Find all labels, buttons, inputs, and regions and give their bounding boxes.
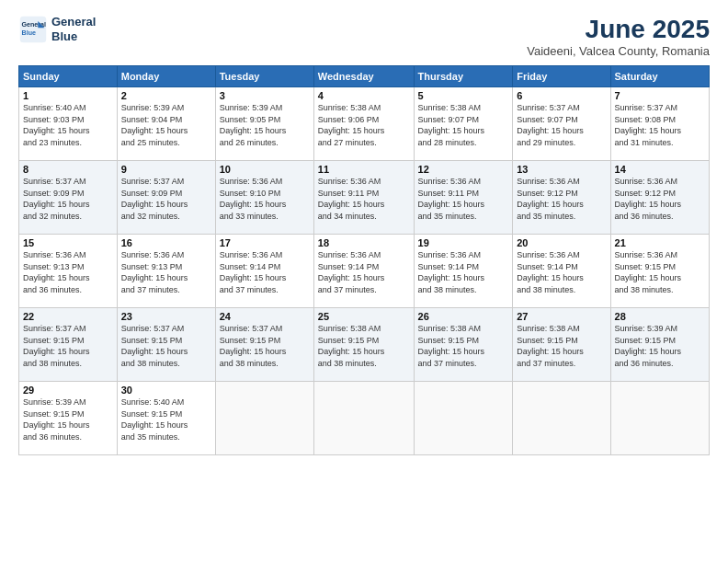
table-row: 2Sunrise: 5:39 AM Sunset: 9:04 PM Daylig… xyxy=(117,87,215,161)
col-sunday: Sunday xyxy=(19,66,118,87)
calendar-week-row: 1Sunrise: 5:40 AM Sunset: 9:03 PM Daylig… xyxy=(19,87,710,161)
day-number: 25 xyxy=(318,311,410,322)
day-number: 23 xyxy=(121,311,211,322)
day-number: 28 xyxy=(615,311,705,322)
day-info: Sunrise: 5:40 AM Sunset: 9:15 PM Dayligh… xyxy=(121,396,211,442)
table-row: 21Sunrise: 5:36 AM Sunset: 9:15 PM Dayli… xyxy=(610,235,709,308)
title-area: June 2025 Vaideeni, Valcea County, Roman… xyxy=(527,15,710,58)
svg-text:Blue: Blue xyxy=(22,29,36,37)
table-row xyxy=(414,382,513,455)
day-number: 10 xyxy=(220,164,310,175)
col-thursday: Thursday xyxy=(414,66,513,87)
subtitle: Vaideeni, Valcea County, Romania xyxy=(527,44,710,58)
weekday-header-row: Sunday Monday Tuesday Wednesday Thursday… xyxy=(19,66,710,87)
day-info: Sunrise: 5:36 AM Sunset: 9:13 PM Dayligh… xyxy=(23,249,113,295)
table-row: 15Sunrise: 5:36 AM Sunset: 9:13 PM Dayli… xyxy=(19,235,118,308)
day-number: 1 xyxy=(23,90,113,101)
table-row: 5Sunrise: 5:38 AM Sunset: 9:07 PM Daylig… xyxy=(414,87,513,161)
table-row: 28Sunrise: 5:39 AM Sunset: 9:15 PM Dayli… xyxy=(610,308,709,382)
table-row xyxy=(513,382,610,455)
logo: General Blue General Blue xyxy=(18,15,96,44)
day-info: Sunrise: 5:38 AM Sunset: 9:07 PM Dayligh… xyxy=(418,102,509,148)
calendar-week-row: 8Sunrise: 5:37 AM Sunset: 9:09 PM Daylig… xyxy=(19,161,710,235)
day-number: 11 xyxy=(318,164,410,175)
day-info: Sunrise: 5:36 AM Sunset: 9:14 PM Dayligh… xyxy=(318,249,410,295)
table-row: 17Sunrise: 5:36 AM Sunset: 9:14 PM Dayli… xyxy=(215,235,313,308)
table-row: 18Sunrise: 5:36 AM Sunset: 9:14 PM Dayli… xyxy=(313,235,414,308)
table-row: 30Sunrise: 5:40 AM Sunset: 9:15 PM Dayli… xyxy=(117,382,215,455)
main-title: June 2025 xyxy=(527,15,710,44)
day-info: Sunrise: 5:36 AM Sunset: 9:15 PM Dayligh… xyxy=(615,249,705,295)
day-info: Sunrise: 5:36 AM Sunset: 9:14 PM Dayligh… xyxy=(418,249,509,295)
day-number: 9 xyxy=(121,164,211,175)
calendar-week-row: 15Sunrise: 5:36 AM Sunset: 9:13 PM Dayli… xyxy=(19,235,710,308)
day-number: 6 xyxy=(517,90,606,101)
day-info: Sunrise: 5:38 AM Sunset: 9:15 PM Dayligh… xyxy=(318,323,410,369)
day-info: Sunrise: 5:40 AM Sunset: 9:03 PM Dayligh… xyxy=(23,102,113,148)
day-info: Sunrise: 5:39 AM Sunset: 9:15 PM Dayligh… xyxy=(615,323,705,369)
col-tuesday: Tuesday xyxy=(215,66,313,87)
day-number: 24 xyxy=(220,311,310,322)
day-info: Sunrise: 5:38 AM Sunset: 9:06 PM Dayligh… xyxy=(318,102,410,148)
day-number: 14 xyxy=(615,164,705,175)
col-saturday: Saturday xyxy=(610,66,709,87)
day-info: Sunrise: 5:39 AM Sunset: 9:15 PM Dayligh… xyxy=(23,396,113,442)
table-row: 26Sunrise: 5:38 AM Sunset: 9:15 PM Dayli… xyxy=(414,308,513,382)
day-info: Sunrise: 5:37 AM Sunset: 9:15 PM Dayligh… xyxy=(121,323,211,369)
table-row xyxy=(215,382,313,455)
table-row: 25Sunrise: 5:38 AM Sunset: 9:15 PM Dayli… xyxy=(313,308,414,382)
day-info: Sunrise: 5:37 AM Sunset: 9:15 PM Dayligh… xyxy=(220,323,310,369)
table-row: 8Sunrise: 5:37 AM Sunset: 9:09 PM Daylig… xyxy=(19,161,118,235)
day-number: 26 xyxy=(418,311,509,322)
table-row xyxy=(313,382,414,455)
logo-icon: General Blue xyxy=(18,15,48,44)
day-number: 8 xyxy=(23,164,113,175)
day-info: Sunrise: 5:39 AM Sunset: 9:05 PM Dayligh… xyxy=(220,102,310,148)
day-number: 27 xyxy=(517,311,606,322)
day-info: Sunrise: 5:36 AM Sunset: 9:11 PM Dayligh… xyxy=(318,176,410,222)
day-info: Sunrise: 5:36 AM Sunset: 9:11 PM Dayligh… xyxy=(418,176,509,222)
day-number: 21 xyxy=(615,237,705,248)
day-info: Sunrise: 5:36 AM Sunset: 9:13 PM Dayligh… xyxy=(121,249,211,295)
day-info: Sunrise: 5:39 AM Sunset: 9:04 PM Dayligh… xyxy=(121,102,211,148)
day-info: Sunrise: 5:36 AM Sunset: 9:12 PM Dayligh… xyxy=(615,176,705,222)
logo-text: General Blue xyxy=(51,15,96,43)
day-number: 2 xyxy=(121,90,211,101)
day-number: 16 xyxy=(121,237,211,248)
table-row: 13Sunrise: 5:36 AM Sunset: 9:12 PM Dayli… xyxy=(513,161,610,235)
day-info: Sunrise: 5:38 AM Sunset: 9:15 PM Dayligh… xyxy=(517,323,606,369)
day-info: Sunrise: 5:36 AM Sunset: 9:10 PM Dayligh… xyxy=(220,176,310,222)
table-row: 14Sunrise: 5:36 AM Sunset: 9:12 PM Dayli… xyxy=(610,161,709,235)
day-number: 20 xyxy=(517,237,606,248)
table-row: 12Sunrise: 5:36 AM Sunset: 9:11 PM Dayli… xyxy=(414,161,513,235)
table-row: 4Sunrise: 5:38 AM Sunset: 9:06 PM Daylig… xyxy=(313,87,414,161)
table-row: 19Sunrise: 5:36 AM Sunset: 9:14 PM Dayli… xyxy=(414,235,513,308)
table-row: 6Sunrise: 5:37 AM Sunset: 9:07 PM Daylig… xyxy=(513,87,610,161)
day-number: 4 xyxy=(318,90,410,101)
table-row: 29Sunrise: 5:39 AM Sunset: 9:15 PM Dayli… xyxy=(19,382,118,455)
day-info: Sunrise: 5:37 AM Sunset: 9:07 PM Dayligh… xyxy=(517,102,606,148)
table-row: 22Sunrise: 5:37 AM Sunset: 9:15 PM Dayli… xyxy=(19,308,118,382)
day-number: 18 xyxy=(318,237,410,248)
table-row: 3Sunrise: 5:39 AM Sunset: 9:05 PM Daylig… xyxy=(215,87,313,161)
day-number: 7 xyxy=(615,90,705,101)
day-info: Sunrise: 5:37 AM Sunset: 9:15 PM Dayligh… xyxy=(23,323,113,369)
table-row: 10Sunrise: 5:36 AM Sunset: 9:10 PM Dayli… xyxy=(215,161,313,235)
table-row: 24Sunrise: 5:37 AM Sunset: 9:15 PM Dayli… xyxy=(215,308,313,382)
day-number: 3 xyxy=(220,90,310,101)
col-friday: Friday xyxy=(513,66,610,87)
day-number: 5 xyxy=(418,90,509,101)
day-info: Sunrise: 5:36 AM Sunset: 9:14 PM Dayligh… xyxy=(220,249,310,295)
table-row: 7Sunrise: 5:37 AM Sunset: 9:08 PM Daylig… xyxy=(610,87,709,161)
day-number: 22 xyxy=(23,311,113,322)
day-info: Sunrise: 5:36 AM Sunset: 9:12 PM Dayligh… xyxy=(517,176,606,222)
day-info: Sunrise: 5:37 AM Sunset: 9:08 PM Dayligh… xyxy=(615,102,705,148)
header: General Blue General Blue June 2025 Vaid… xyxy=(18,15,710,58)
table-row: 1Sunrise: 5:40 AM Sunset: 9:03 PM Daylig… xyxy=(19,87,118,161)
table-row xyxy=(610,382,709,455)
calendar-table: Sunday Monday Tuesday Wednesday Thursday… xyxy=(18,65,710,455)
col-monday: Monday xyxy=(117,66,215,87)
table-row: 9Sunrise: 5:37 AM Sunset: 9:09 PM Daylig… xyxy=(117,161,215,235)
calendar-week-row: 22Sunrise: 5:37 AM Sunset: 9:15 PM Dayli… xyxy=(19,308,710,382)
table-row: 20Sunrise: 5:36 AM Sunset: 9:14 PM Dayli… xyxy=(513,235,610,308)
